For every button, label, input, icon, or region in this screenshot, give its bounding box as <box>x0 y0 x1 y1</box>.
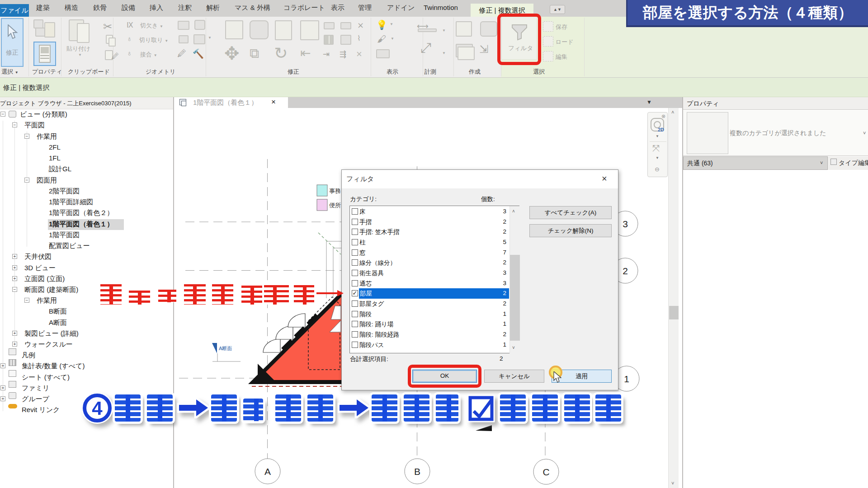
svg-text:4: 4 <box>92 398 103 419</box>
svg-text:事務: 事務 <box>329 188 341 194</box>
svg-text:3: 3 <box>623 219 628 229</box>
svg-text:B: B <box>414 466 420 477</box>
svg-text:A断面: A断面 <box>219 346 232 351</box>
svg-text:便所: 便所 <box>329 202 341 209</box>
svg-text:1: 1 <box>624 374 629 384</box>
svg-text:A: A <box>264 466 271 477</box>
svg-text:C: C <box>542 467 549 477</box>
svg-text:2: 2 <box>623 266 628 276</box>
